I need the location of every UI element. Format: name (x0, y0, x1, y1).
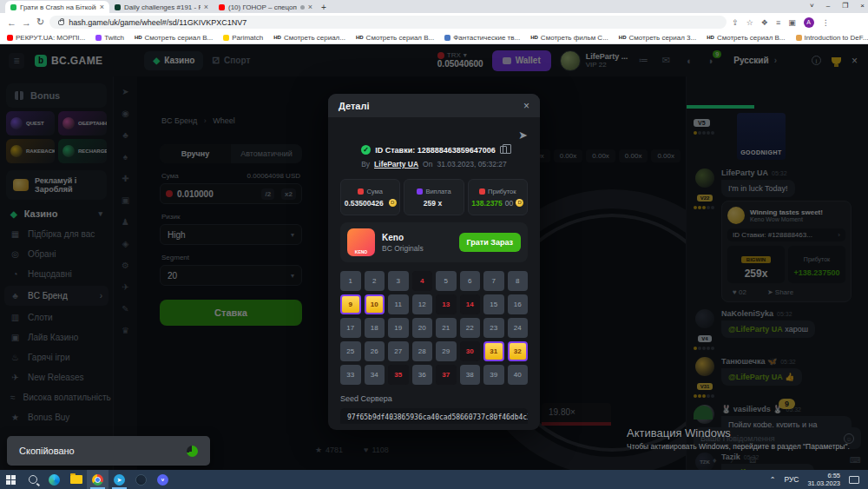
keno-number: 32 (508, 341, 529, 361)
url-field[interactable]: hash.game/uk/game/wheel#/sd/11GKIVKPXC1N… (49, 16, 727, 29)
stat-value: 259 x (424, 199, 442, 208)
bookmark-item[interactable]: HDСмотреть сериал... (273, 34, 345, 42)
bookmark-item[interactable]: Parimatch (223, 34, 263, 42)
taskbar-clock[interactable]: 6:55 31.03.2023 (807, 472, 840, 487)
new-tab-button[interactable]: + (318, 1, 330, 13)
tab-pin-icon (300, 5, 305, 10)
window-restore-icon[interactable]: ❐ (842, 2, 848, 10)
start-button[interactable] (0, 470, 22, 489)
keno-number: 3 (388, 271, 409, 291)
bookmark-favicon (796, 35, 802, 41)
keno-number: 26 (365, 341, 385, 361)
chrome-menu-icon[interactable]: ⋮ (822, 18, 830, 27)
profile-avatar[interactable]: A (804, 17, 814, 28)
keno-number: 25 (340, 341, 361, 361)
share-icon[interactable]: ⇪ (732, 18, 739, 27)
keno-number: 27 (388, 341, 409, 361)
tab-close-icon[interactable]: × (308, 3, 312, 11)
side-panel-icon[interactable]: ▣ (788, 18, 796, 27)
reading-list-icon[interactable]: ≡ (776, 18, 780, 27)
bookmark-item[interactable]: HDСмотреть сериал В... (356, 34, 434, 42)
forward-icon[interactable]: → (22, 17, 31, 28)
bet-stat-cell: Прибуток 138.237500D (468, 179, 528, 215)
watermark-title: Активация Windows (627, 426, 850, 439)
keno-number: 5 (436, 271, 457, 291)
toast-text: Скопійовано (19, 446, 75, 456)
keno-number: 7 (483, 271, 504, 291)
chrome-icon[interactable] (87, 470, 108, 489)
bookmark-item[interactable]: HDСмотреть фильм С... (530, 34, 608, 42)
taskbar-date: 31.03.2023 (807, 479, 840, 487)
hd-badge-icon: HD (619, 35, 627, 40)
keno-number: 36 (412, 365, 433, 385)
stat-label: Прибуток (488, 188, 516, 195)
bet-id-row: ✓ ID Ставки: 128888463859647006 (340, 145, 528, 155)
keno-number: 11 (388, 294, 409, 314)
bookmark-item[interactable]: Twitch (95, 34, 124, 42)
keno-number: 39 (483, 365, 504, 385)
seed-value[interactable]: 97f65b9df403865936ca40cad58660737c80f46d… (340, 408, 528, 424)
bookmark-label: Фантастические тв... (453, 34, 520, 42)
bookmark-item[interactable]: HDСмотреть сериал В... (135, 34, 213, 42)
discord-icon[interactable]: v (152, 470, 174, 489)
steam-icon[interactable] (130, 470, 152, 489)
browser-tab[interactable]: Daily challenges #191 - Flash Ch × (109, 1, 214, 13)
keno-number: 2 (365, 271, 385, 291)
bookmark-item[interactable]: HDСмотреть сериал 3... (619, 34, 696, 42)
telegram-icon[interactable]: ➤ (108, 470, 130, 489)
stat-label: Сума (366, 188, 382, 195)
tab-close-icon[interactable]: × (100, 3, 104, 11)
taskbar-time: 6:55 (807, 472, 840, 479)
search-button[interactable] (22, 470, 43, 489)
bet-stat-cell: Сума 0.53500426D (340, 179, 400, 215)
modal-title: Деталі (339, 101, 370, 111)
keno-number: 17 (340, 318, 361, 338)
keno-grid: 1234567891011121314151617181920212223242… (340, 271, 528, 385)
back-icon[interactable]: ← (7, 17, 16, 28)
bookmark-favicon (95, 35, 102, 41)
toast-timer-icon (187, 446, 198, 457)
stat-label: Виплата (425, 188, 450, 195)
game-name: Keno (382, 233, 424, 242)
modal-close-icon[interactable]: × (523, 100, 529, 112)
bookmark-label: Смотреть фильм С... (541, 34, 608, 42)
player-link[interactable]: LifeParty UA (374, 160, 418, 169)
address-bar: ← → ↻ hash.game/uk/game/wheel#/sd/11GKIV… (0, 13, 868, 31)
keno-number: 24 (508, 318, 529, 338)
extensions-icon[interactable]: ❖ (761, 18, 768, 27)
reload-icon[interactable]: ↻ (36, 17, 44, 28)
keno-number: 23 (483, 318, 504, 338)
language-indicator[interactable]: РУС (784, 475, 799, 484)
bookmark-label: РЕКРУТ.UA: МОРПІ... (16, 34, 85, 42)
edge-icon[interactable] (43, 470, 65, 489)
window-close-icon[interactable]: × (860, 2, 865, 10)
coin-icon: D (389, 199, 397, 207)
bookmark-item[interactable]: РЕКРУТ.UA: МОРПІ... (7, 34, 85, 42)
keno-number: 21 (436, 318, 457, 338)
browser-tab[interactable]: Грати в Crash на Біткойни онлай × (5, 1, 109, 13)
file-explorer-icon[interactable] (65, 470, 87, 489)
browser-tab[interactable]: (10) ГОНОР – спецоперація × (214, 1, 318, 13)
modal-share-icon[interactable]: ➤ (340, 122, 528, 145)
bet-datetime: 31.03.2023, 05:32:27 (437, 160, 506, 169)
tab-title: Daily challenges #191 - Flash Ch (124, 3, 201, 11)
window-minimize-icon[interactable]: – (826, 2, 830, 10)
tab-title: Грати в Crash на Біткойни онлай (20, 3, 96, 11)
tab-favicon (219, 4, 225, 10)
bookmark-item[interactable]: Introduction to DeF... (796, 34, 868, 42)
bookmark-item[interactable]: HDСмотреть сериал В... (707, 34, 785, 42)
bookmark-label: Twitch (104, 34, 124, 42)
bookmark-item[interactable]: Фантастические тв... (444, 34, 520, 42)
tab-close-icon[interactable]: × (204, 3, 208, 11)
hd-badge-icon: HD (707, 35, 714, 40)
play-now-button[interactable]: Грати Зараз (459, 233, 521, 252)
tray-chevron-icon[interactable]: ⌃ (770, 476, 776, 484)
keno-number: 31 (483, 341, 504, 361)
bookmark-star-icon[interactable]: ☆ (746, 18, 753, 27)
window-menu-icon[interactable]: ˅ (810, 2, 814, 10)
notification-center-icon[interactable] (849, 476, 859, 484)
bookmark-label: Смотреть сериал В... (366, 34, 435, 42)
windows-activation-watermark: Активация Windows Чтобы активировать Win… (627, 426, 850, 451)
copy-icon[interactable] (500, 146, 507, 154)
keno-number: 19 (388, 318, 409, 338)
